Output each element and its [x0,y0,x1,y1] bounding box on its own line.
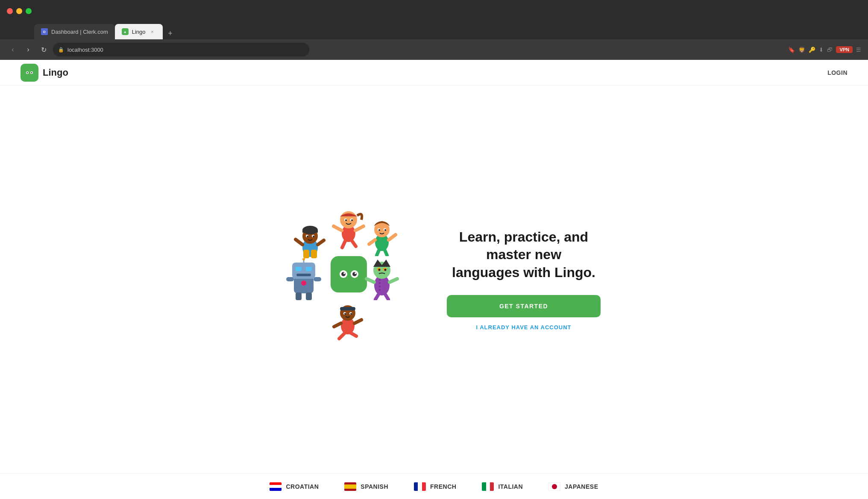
svg-line-35 [377,249,379,255]
characters-section [267,207,421,352]
svg-line-26 [352,240,356,246]
app-logo: Lingo [21,64,827,82]
svg-point-13 [307,236,308,237]
address-text: localhost:3000 [67,47,103,53]
svg-point-73 [350,313,352,315]
svg-rect-40 [306,267,312,271]
minimize-window-button[interactable] [16,8,22,14]
svg-rect-6 [303,250,309,258]
svg-rect-41 [296,274,311,276]
language-italian[interactable]: ITALIAN [482,482,523,491]
address-bar[interactable]: 🔒 localhost:3000 [53,43,309,56]
svg-rect-43 [286,277,294,281]
svg-point-4 [31,72,32,73]
svg-rect-44 [314,277,321,281]
menu-icon[interactable]: ☰ [856,47,861,53]
svg-point-54 [343,272,345,274]
svg-point-31 [378,229,380,231]
cta-section: Learn, practice, and master new language… [447,228,601,331]
svg-point-72 [344,313,346,315]
browser-toolbar-right: 🔖 🦁 🔑 ⬇ 🗗 VPN ☰ [788,46,861,53]
lock-icon: 🔒 [58,47,64,53]
window-icon[interactable]: 🗗 [827,47,833,53]
french-label: FRENCH [430,483,456,490]
tabs-bar: D Dashboard | Clerk.com ▲ Lingo × + [0,22,868,39]
svg-point-3 [27,72,28,73]
browser-toolbar: ‹ › ↻ 🔒 localhost:3000 🔖 🦁 🔑 ⬇ 🗗 VPN ☰ [0,39,868,60]
japanese-flag [548,482,560,491]
have-account-link[interactable]: I ALREADY HAVE AN ACCOUNT [447,324,601,331]
page-content: Lingo LOGIN [0,60,868,499]
brave-shield-icon[interactable]: 🦁 [798,47,805,53]
back-button[interactable]: ‹ [7,44,19,56]
svg-rect-45 [296,292,302,300]
svg-line-65 [375,294,379,299]
spanish-flag [344,482,356,491]
svg-point-48 [302,258,305,260]
svg-line-25 [342,240,346,248]
app-nav: Lingo LOGIN [0,60,868,86]
svg-rect-0 [23,67,35,79]
tab-dashboard-label: Dashboard | Clerk.com [51,29,108,35]
language-spanish[interactable]: SPANISH [344,482,388,491]
login-button[interactable]: LOGIN [827,69,847,76]
footer: CROATIAN SPANISH FRENCH ITALI [0,473,868,499]
svg-rect-46 [306,292,312,300]
title-bar [0,0,868,22]
svg-rect-49 [334,259,364,289]
svg-point-14 [313,236,314,237]
tab-lingo-label: Lingo [132,29,146,35]
svg-point-52 [341,272,346,276]
bookmark-icon[interactable]: 🔖 [788,47,795,53]
french-flag [414,482,426,491]
password-icon[interactable]: 🔑 [809,47,815,53]
svg-point-55 [355,272,356,274]
svg-rect-69 [340,307,355,310]
language-french[interactable]: FRENCH [414,482,456,491]
language-croatian[interactable]: CROATIAN [270,482,319,491]
svg-line-36 [384,249,387,255]
croatian-label: CROATIAN [286,483,319,490]
new-tab-button[interactable]: + [164,27,176,39]
get-started-button[interactable]: GET STARTED [447,295,601,317]
svg-rect-39 [296,267,302,271]
tab-dashboard-clerk[interactable]: D Dashboard | Clerk.com [34,24,115,39]
svg-line-24 [355,226,364,230]
svg-line-77 [350,333,356,336]
close-window-button[interactable] [7,8,13,14]
italian-label: ITALIAN [498,483,523,490]
svg-point-60 [378,269,381,271]
language-japanese[interactable]: JAPANESE [548,482,598,491]
main-heading: Learn, practice, and master new language… [447,228,601,282]
svg-point-21 [345,219,347,221]
character-5 [365,257,399,302]
svg-line-74 [355,320,361,323]
svg-line-15 [296,239,302,245]
svg-line-63 [367,279,374,282]
japanese-label: JAPANESE [565,483,598,490]
logo-icon [21,64,38,82]
lingo-mascot-icon [23,67,35,79]
italian-flag [482,482,494,491]
tab-lingo[interactable]: ▲ Lingo × [115,24,163,39]
tab-close-button[interactable]: × [149,28,156,35]
character-4 [284,258,323,303]
download-icon[interactable]: ⬇ [819,47,824,53]
main-content: Learn, practice, and master new language… [0,86,868,473]
svg-line-33 [389,235,396,240]
svg-line-16 [318,240,324,245]
svg-point-32 [384,229,386,231]
maximize-window-button[interactable] [26,8,32,14]
character-2 [329,207,368,251]
reload-button[interactable]: ↻ [38,44,50,56]
vpn-badge[interactable]: VPN [836,46,853,53]
svg-line-75 [334,323,341,327]
forward-button[interactable]: › [22,44,34,56]
svg-line-34 [369,240,375,244]
svg-rect-7 [311,250,317,258]
svg-point-53 [352,272,357,276]
svg-line-64 [390,279,397,282]
svg-line-23 [334,226,342,230]
character-3 [365,218,399,258]
clerk-favicon: D [41,28,48,35]
